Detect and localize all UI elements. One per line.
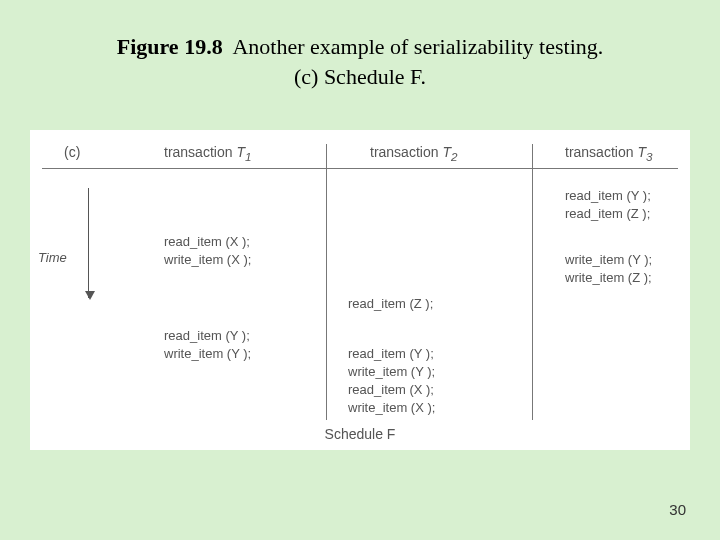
divider-1 [326, 144, 327, 420]
t1-name: T [236, 144, 245, 160]
t1-op-1: read_item (X ); [164, 234, 250, 249]
t2-op-1: read_item (Y ); [348, 346, 434, 361]
figure-subtitle: (c) Schedule F. [0, 62, 720, 92]
figure-title-block: Figure 19.8 Another example of serializa… [0, 32, 720, 91]
figure-title-line1: Figure 19.8 Another example of serializa… [0, 32, 720, 62]
figure-text: Another example of serializability testi… [232, 34, 603, 59]
divider-2 [532, 144, 533, 420]
t2-name: T [442, 144, 451, 160]
t1-op-2: write_item (X ); [164, 252, 251, 267]
schedule-caption: Schedule F [30, 426, 690, 442]
t1-op-4: write_item (Y ); [164, 346, 251, 361]
t3-prefix: transaction [565, 144, 637, 160]
t2-op-0: read_item (Z ); [348, 296, 433, 311]
time-arrow-icon [88, 188, 89, 298]
t3-op-3: write_item (Y ); [565, 252, 652, 267]
t3-op-4: write_item (Z ); [565, 270, 652, 285]
panel-label: (c) [64, 144, 80, 160]
header-t2: transaction T2 [370, 144, 457, 163]
t2-op-2: write_item (Y ); [348, 364, 435, 379]
t1-op-3: read_item (Y ); [164, 328, 250, 343]
page-number: 30 [669, 501, 686, 518]
figure-label: Figure 19.8 [117, 34, 223, 59]
header-t1: transaction T1 [164, 144, 251, 163]
header-t3: transaction T3 [565, 144, 652, 163]
t1-prefix: transaction [164, 144, 236, 160]
slide: Figure 19.8 Another example of serializa… [0, 0, 720, 540]
t3-op-1: read_item (Y ); [565, 188, 651, 203]
t3-name: T [637, 144, 646, 160]
t2-op-4: write_item (X ); [348, 400, 435, 415]
time-label: Time [38, 250, 67, 265]
t2-op-3: read_item (X ); [348, 382, 434, 397]
header-rule [42, 168, 678, 169]
t1-sub: 1 [245, 150, 251, 163]
t2-sub: 2 [451, 150, 457, 163]
figure-panel: (c) transaction T1 transaction T2 transa… [30, 130, 690, 450]
t3-op-2: read_item (Z ); [565, 206, 650, 221]
t3-sub: 3 [646, 150, 652, 163]
t2-prefix: transaction [370, 144, 442, 160]
